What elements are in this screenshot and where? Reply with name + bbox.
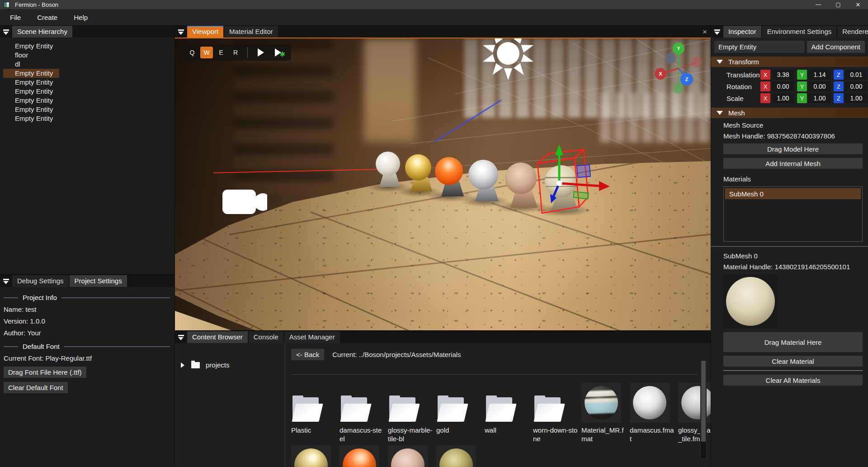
asset-item[interactable] [388, 443, 433, 467]
asset-item[interactable]: damascus-steel [340, 381, 385, 443]
asset-item[interactable]: damascus.fmat [630, 381, 675, 443]
tab-asset-manager[interactable]: Asset Manager [284, 331, 340, 343]
play-simulate-button[interactable]: ✱ [270, 47, 286, 58]
clear-all-materials-button[interactable]: Clear All Materials [723, 375, 863, 386]
expand-arrow-icon[interactable] [181, 362, 184, 368]
asset-icon [486, 397, 515, 422]
viewport-close-icon[interactable]: × [703, 28, 707, 36]
panel-collapse-icon[interactable] [178, 335, 184, 341]
material-preview[interactable] [723, 274, 778, 329]
divider [291, 374, 697, 375]
tool-button[interactable]: W [200, 47, 213, 58]
tab-content-browser[interactable]: Content Browser [187, 331, 248, 343]
asset-item[interactable] [340, 443, 385, 467]
hierarchy-item[interactable]: Empty Entity [0, 114, 175, 123]
asset-grid: Plastic damascus-steel [291, 381, 711, 443]
sun-light-icon[interactable] [479, 38, 538, 83]
hierarchy-item[interactable]: dl [0, 60, 175, 69]
submesh-label: SubMesh 0 [723, 252, 868, 260]
x-value-field[interactable]: 1.00 [772, 93, 794, 103]
collapse-triangle-icon [717, 60, 723, 64]
asset-icon [630, 383, 670, 423]
asset-item[interactable] [291, 443, 336, 467]
selection-gizmo[interactable] [524, 140, 614, 226]
tool-button[interactable]: E [215, 47, 227, 58]
play-icon [258, 48, 264, 57]
asset-item[interactable]: glossy-marble-tile-bl [388, 381, 433, 443]
y-value-field[interactable]: 0.00 [808, 81, 831, 91]
menu-help[interactable]: Help [66, 14, 96, 21]
scene-hierarchy-panel: Scene Hierarchy Empty Entity floor dl [0, 26, 175, 274]
asset-item[interactable]: Material_MR.fmat [581, 381, 627, 443]
current-font-label: Current Font: Play-Regular.ttf [4, 354, 170, 362]
project-author: Author: Your [4, 329, 170, 337]
viewport-canvas[interactable]: Y X Z Q W E [175, 38, 711, 330]
y-value-field[interactable]: 1.14 [808, 70, 831, 80]
menu-create[interactable]: Create [29, 14, 66, 21]
asset-item[interactable]: gold [436, 381, 481, 443]
x-value-field[interactable]: 3.38 [772, 70, 794, 80]
mesh-section-header[interactable]: Mesh [711, 108, 868, 118]
drag-material-button[interactable]: Drag Material Here [723, 332, 863, 352]
asset-item[interactable] [436, 443, 481, 467]
hierarchy-item[interactable]: Empty Entity [0, 87, 175, 96]
panel-collapse-icon[interactable] [3, 279, 9, 285]
drag-model-button[interactable]: Drag Model Here [723, 143, 863, 154]
panel-collapse-icon[interactable] [3, 29, 9, 35]
transform-section-header[interactable]: Transform [711, 57, 868, 67]
project-name: Name: test [4, 305, 170, 313]
tab-renderer-info[interactable]: Renderer Info [837, 26, 868, 38]
play-button[interactable] [253, 47, 269, 58]
tab-environment-settings[interactable]: Environment Settings [762, 26, 837, 38]
clear-material-button[interactable]: Clear Material [723, 356, 863, 367]
hierarchy-item[interactable]: Empty Entity [0, 105, 175, 114]
tab-debug-settings[interactable]: Debug Settings [12, 275, 69, 287]
hierarchy-item[interactable]: Empty Entity [0, 96, 175, 105]
axis-orientation-gizmo[interactable]: Y X Z [652, 42, 705, 95]
tab-inspector[interactable]: Inspector [723, 26, 761, 38]
viewport-panel: Viewport Material Editor × [175, 26, 711, 330]
asset-item[interactable]: worn-down-stone [533, 381, 578, 443]
hierarchy-item[interactable]: Empty Entity [0, 78, 175, 87]
tab-project-settings[interactable]: Project Settings [70, 275, 127, 287]
asset-icon [389, 397, 419, 422]
y-value-field[interactable]: 1.00 [808, 93, 831, 103]
tool-button[interactable]: R [229, 47, 242, 58]
workspace: Scene Hierarchy Empty Entity floor dl [0, 26, 868, 467]
tab-material-editor[interactable]: Material Editor [224, 26, 278, 38]
close-button[interactable]: ✕ [848, 0, 868, 9]
submesh-list-item[interactable]: SubMesh 0 [725, 188, 861, 199]
tool-button[interactable]: Q [186, 47, 198, 58]
app-window: Fermion - Boson — ▢ ✕ File Create Help S… [0, 0, 868, 467]
tab-viewport[interactable]: Viewport [187, 26, 223, 38]
minimize-button[interactable]: — [808, 0, 828, 9]
hierarchy-item[interactable]: Empty Entity [0, 69, 175, 78]
camera-icon[interactable] [222, 184, 270, 218]
x-value-field[interactable]: 0.00 [772, 81, 794, 91]
z-value-field[interactable]: 0.00 [845, 81, 868, 91]
add-component-button[interactable]: Add Component [807, 41, 865, 53]
materials-list: SubMesh 0 [723, 186, 863, 242]
menu-file[interactable]: File [2, 14, 29, 21]
z-value-field[interactable]: 0.01 [845, 70, 868, 80]
tree-item-projects[interactable]: projects [181, 361, 285, 369]
clear-font-button[interactable]: Clear Default Font [4, 382, 68, 393]
tab-console[interactable]: Console [249, 331, 283, 343]
asset-item[interactable]: wall [485, 381, 530, 443]
back-button[interactable]: <- Back [291, 349, 324, 360]
hierarchy-item[interactable]: Empty Entity [0, 42, 175, 51]
panel-collapse-icon[interactable] [714, 29, 721, 35]
window-title: Fermion - Boson [15, 1, 58, 8]
drag-font-button[interactable]: Drag Font File Here (.ttf) [4, 367, 86, 378]
hierarchy-item[interactable]: floor [0, 51, 175, 60]
tab-scene-hierarchy[interactable]: Scene Hierarchy [12, 26, 72, 38]
z-value-field[interactable]: 1.00 [845, 93, 868, 103]
maximize-button[interactable]: ▢ [828, 0, 848, 9]
app-icon [4, 2, 9, 8]
scrollbar-thumb[interactable] [701, 361, 706, 442]
asset-item[interactable]: Plastic [291, 381, 336, 443]
add-internal-mesh-button[interactable]: Add Internal Mesh [723, 158, 863, 169]
scrollbar[interactable] [700, 359, 707, 459]
panel-collapse-icon[interactable] [178, 29, 184, 35]
entity-name-field[interactable]: Empty Entity [714, 41, 804, 53]
